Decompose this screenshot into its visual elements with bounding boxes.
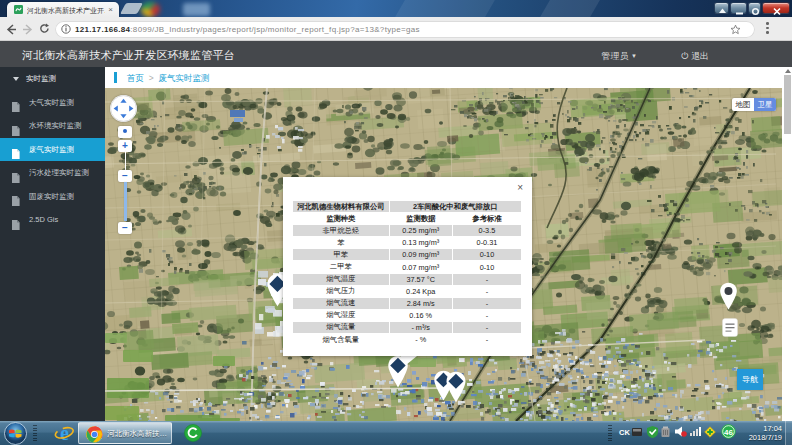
svg-text:e: e [60,423,69,444]
svg-text:46: 46 [724,428,733,437]
